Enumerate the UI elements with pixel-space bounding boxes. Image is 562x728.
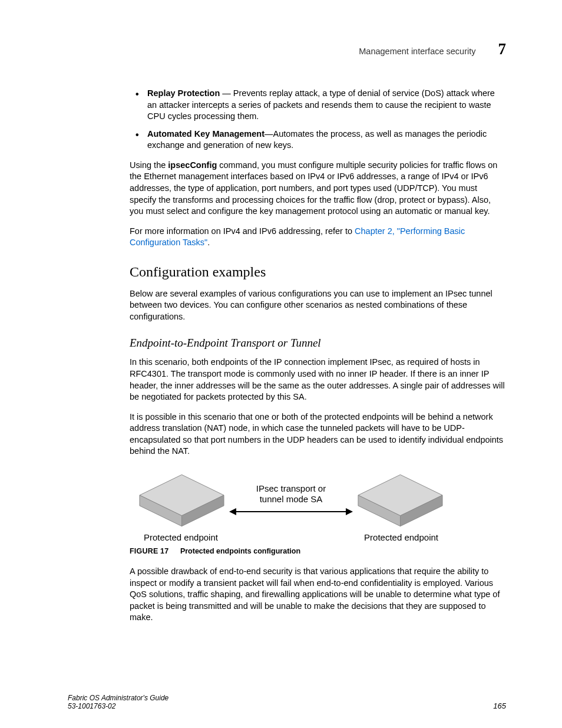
endpoint-label: Protected endpoint	[364, 532, 438, 542]
figure-labels: Protected endpoint Protected endpoint	[138, 532, 444, 542]
footer-part-number: 53-1001763-02	[68, 702, 168, 710]
text-run: For more information on IPv4 and IPv6 ad…	[130, 226, 355, 236]
double-arrow-icon	[229, 508, 353, 516]
section-heading: Configuration examples	[130, 264, 506, 280]
footer-left: Fabric OS Administrator's Guide 53-10017…	[68, 694, 168, 710]
figure-row: IPsec transport ortunnel mode SA	[138, 473, 444, 529]
endpoint-box-icon	[138, 473, 226, 529]
body-paragraph: For more information on IPv4 and IPv6 ad…	[130, 226, 506, 249]
bullet-sep: —	[265, 129, 273, 139]
text-run: Using the	[130, 160, 168, 170]
header-section-title: Management interface security	[359, 47, 475, 56]
page-footer: Fabric OS Administrator's Guide 53-10017…	[68, 694, 506, 710]
bullet-item: Replay Protection — Prevents replay atta…	[130, 88, 506, 123]
figure-caption-text: Protected endpoints configuration	[180, 547, 300, 555]
arrow-block: IPsec transport ortunnel mode SA	[226, 483, 356, 519]
body-paragraph: Below are several examples of various co…	[130, 288, 506, 323]
text-run: .	[207, 238, 210, 247]
bullet-list: Replay Protection — Prevents replay atta…	[130, 88, 506, 151]
endpoint-box-icon	[356, 473, 444, 529]
content-area: Replay Protection — Prevents replay atta…	[68, 88, 506, 624]
arrow-label: IPsec transport ortunnel mode SA	[229, 483, 353, 506]
body-paragraph: A possible drawback of end-to-end securi…	[130, 566, 506, 624]
chapter-number: 7	[498, 40, 507, 58]
figure-caption: FIGURE 17 Protected endpoints configurat…	[130, 547, 506, 555]
bullet-item: Automated Key Management—Automates the p…	[130, 129, 506, 151]
bullet-sep: —	[220, 88, 233, 98]
bullet-term: Replay Protection	[147, 88, 220, 98]
command-name: ipsecConfig	[168, 160, 217, 170]
endpoint-label: Protected endpoint	[144, 532, 218, 542]
footer-book-title: Fabric OS Administrator's Guide	[68, 694, 168, 702]
body-paragraph: Using the ipsecConfig command, you must …	[130, 160, 506, 218]
page-header: Management interface security 7	[68, 40, 506, 58]
body-paragraph: In this scenario, both endpoints of the …	[130, 357, 506, 403]
svg-marker-4	[229, 508, 236, 515]
subsection-heading: Endpoint-to-Endpoint Transport or Tunnel	[130, 337, 506, 350]
bullet-term: Automated Key Management	[147, 129, 265, 139]
page-number: 165	[493, 701, 506, 710]
figure: IPsec transport ortunnel mode SA Protect…	[138, 473, 444, 542]
svg-marker-5	[346, 508, 353, 515]
body-paragraph: It is possible in this scenario that one…	[130, 411, 506, 457]
figure-number: FIGURE 17	[130, 547, 168, 555]
